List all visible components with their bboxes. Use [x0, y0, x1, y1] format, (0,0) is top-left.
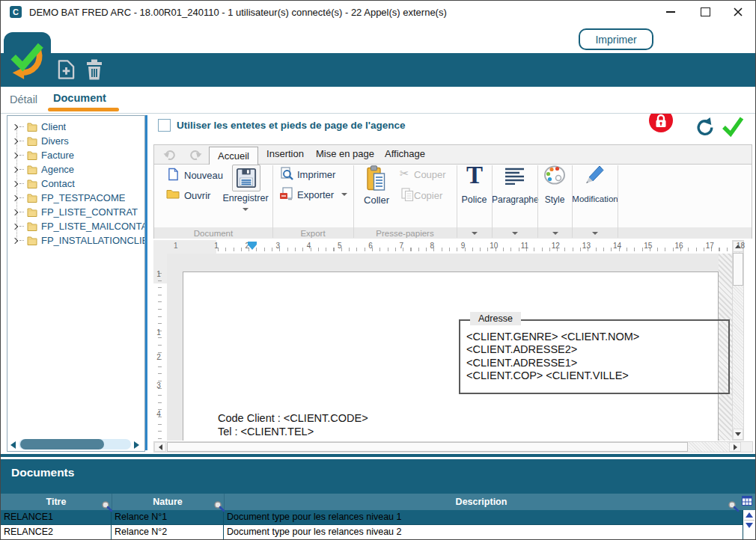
minimize-button[interactable]: [659, 1, 683, 23]
print-ribbon-label[interactable]: Imprimer: [297, 169, 335, 180]
open-document-button[interactable]: [166, 188, 180, 202]
modification-group-caret[interactable]: [592, 232, 598, 235]
ribbon-tab-insertion[interactable]: Insertion: [263, 148, 308, 163]
add-document-button[interactable]: [57, 59, 76, 83]
table-options-icon[interactable]: [742, 495, 752, 509]
vscroll-down-button[interactable]: [733, 429, 743, 440]
ribbon-tab-mise-en-page[interactable]: Mise en page: [314, 148, 377, 163]
tree-horizontal-scrollbar[interactable]: [10, 439, 139, 450]
expand-chevron-icon[interactable]: [12, 209, 18, 215]
expand-chevron-icon[interactable]: [12, 166, 18, 172]
validate-button[interactable]: [721, 114, 744, 140]
column-header-nature[interactable]: Nature: [112, 494, 224, 510]
open-document-label[interactable]: Ouvrir: [184, 190, 210, 201]
tree-item[interactable]: FP_TESTPACOME: [7, 191, 144, 205]
export-button[interactable]: [279, 187, 293, 203]
expand-chevron-icon[interactable]: [12, 180, 18, 186]
tree-item[interactable]: Facture: [7, 148, 144, 162]
agency-headers-checkbox[interactable]: [158, 119, 171, 132]
vscroll-thumb[interactable]: [733, 253, 743, 286]
copy-label[interactable]: Copier: [414, 190, 442, 201]
quick-undo-button[interactable]: [163, 149, 178, 163]
cell-description[interactable]: Document type pour les relances niveau 1: [224, 510, 743, 524]
paragraph-button[interactable]: [504, 168, 525, 188]
hscroll-left-button[interactable]: [154, 442, 166, 452]
paragraph-label[interactable]: Paragraphe: [492, 194, 537, 205]
app-logo[interactable]: [4, 32, 51, 87]
font-button[interactable]: T: [461, 162, 488, 189]
cell-nature[interactable]: Relance N°1: [112, 510, 224, 524]
column-header-titre[interactable]: Titre: [1, 494, 112, 510]
hscroll-right-button[interactable]: [729, 442, 741, 452]
cell-nature[interactable]: Relance N°2: [112, 525, 224, 539]
tree-item[interactable]: Agence: [7, 162, 144, 177]
export-label[interactable]: Exporter: [297, 189, 334, 200]
cell-titre[interactable]: RELANCE1: [1, 510, 112, 524]
tree-item[interactable]: FP_INSTALLATIONCLIE: [7, 233, 144, 248]
modification-button[interactable]: [582, 163, 606, 189]
new-document-label[interactable]: Nouveau: [184, 170, 223, 181]
cell-titre[interactable]: RELANCE2: [1, 525, 112, 539]
filter-nature-icon[interactable]: [213, 500, 225, 515]
document-horizontal-scrollbar[interactable]: [153, 441, 741, 452]
save-dropdown-caret[interactable]: [243, 208, 249, 211]
quick-redo-button[interactable]: [187, 149, 202, 163]
panel-splitter[interactable]: [145, 115, 147, 450]
expand-chevron-icon[interactable]: [12, 123, 18, 129]
save-button[interactable]: [232, 165, 260, 191]
tree-item-label: FP_LISTE_MAILCONTA: [41, 221, 144, 232]
style-button[interactable]: [543, 165, 566, 188]
paste-button[interactable]: [367, 165, 387, 195]
filter-description-icon[interactable]: [728, 500, 740, 515]
expand-chevron-icon[interactable]: [12, 152, 18, 158]
expand-chevron-icon[interactable]: [12, 237, 18, 243]
scroll-right-arrow[interactable]: [134, 441, 139, 449]
tree-scroll-thumb[interactable]: [20, 439, 104, 450]
revert-button[interactable]: [695, 117, 716, 140]
table-vertical-scrollbar[interactable]: [743, 510, 755, 539]
tree-item[interactable]: FP_LISTE_MAILCONTA: [7, 219, 144, 233]
style-group-caret[interactable]: [552, 232, 558, 235]
table-scroll-up-icon[interactable]: [746, 512, 753, 518]
tab-detail[interactable]: Détail: [10, 93, 37, 105]
expand-chevron-icon[interactable]: [12, 138, 18, 144]
ribbon-tab-affichage[interactable]: Affichage: [379, 148, 430, 163]
font-group-caret[interactable]: [472, 232, 478, 235]
indent-marker[interactable]: [248, 242, 257, 250]
style-label[interactable]: Style: [537, 194, 572, 205]
print-button[interactable]: Imprimer: [579, 28, 653, 50]
adresse-field-label: Adresse: [470, 312, 521, 325]
hscroll-thumb[interactable]: [167, 442, 688, 452]
paste-label[interactable]: Coller: [358, 194, 395, 206]
document-vertical-scrollbar[interactable]: [732, 240, 744, 441]
tree-item[interactable]: Client: [7, 120, 144, 134]
tree-item[interactable]: Divers: [7, 134, 144, 148]
export-dropdown-caret[interactable]: [341, 193, 347, 196]
table-scroll-down-icon[interactable]: [746, 523, 753, 528]
expand-chevron-icon[interactable]: [12, 194, 18, 200]
tab-document[interactable]: Document: [53, 92, 106, 104]
close-button[interactable]: [726, 1, 750, 23]
save-label[interactable]: Enregistrer: [216, 193, 275, 203]
table-row[interactable]: RELANCE2 Relance N°2 Document type pour …: [1, 525, 743, 540]
hscroll-track[interactable]: [689, 442, 729, 452]
paragraph-group-caret[interactable]: [512, 232, 518, 235]
body-text-line: Code Client : <CLIENT.CODE>: [218, 412, 368, 426]
font-label[interactable]: Police: [457, 194, 492, 205]
copy-button[interactable]: [401, 188, 414, 204]
tree-item[interactable]: Contact: [7, 177, 144, 191]
panel-divider: [1, 454, 755, 457]
expand-chevron-icon[interactable]: [12, 223, 18, 229]
new-document-button[interactable]: [168, 168, 179, 184]
cut-label[interactable]: Couper: [414, 169, 446, 180]
scroll-left-arrow[interactable]: [10, 441, 16, 449]
filter-titre-icon[interactable]: [101, 500, 113, 515]
cell-description[interactable]: Document type pour les relances niveau 2: [224, 525, 743, 539]
maximize-button[interactable]: [693, 1, 717, 23]
modification-label[interactable]: Modification: [570, 194, 620, 203]
print-preview-button[interactable]: [280, 167, 293, 183]
column-header-description[interactable]: Description: [224, 494, 739, 510]
ribbon-tab-accueil[interactable]: Accueil: [209, 147, 258, 165]
tree-item[interactable]: FP_LISTE_CONTRAT: [7, 205, 144, 219]
delete-document-button[interactable]: [85, 59, 103, 83]
